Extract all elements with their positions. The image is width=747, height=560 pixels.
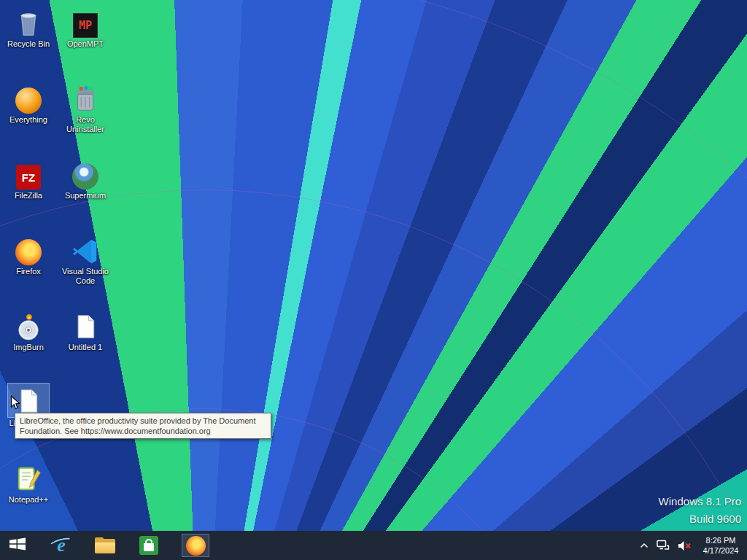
supermium-icon <box>72 156 98 190</box>
network-icon <box>657 540 670 551</box>
desktop-icon-label: FileZilla <box>15 191 42 201</box>
desktop-icon-imgburn[interactable]: ImgBurn <box>1 308 56 352</box>
desktop-icon-label: OpenMPT <box>67 39 104 49</box>
desktop-icon-label: Untitled 1 <box>69 343 102 352</box>
everything-icon <box>15 80 42 114</box>
desktop-icon-supermium[interactable]: Supermium <box>58 156 113 201</box>
desktop-icon-revo-uninstaller[interactable]: Revo Uninstaller <box>58 80 113 134</box>
taskbar-store[interactable] <box>138 534 160 557</box>
desktop-icon-recycle-bin[interactable]: Recycle Bin <box>1 4 56 49</box>
firefox-icon <box>186 536 206 556</box>
windows-build-watermark: Windows 8.1 Pro Build 9600 <box>659 493 741 528</box>
firefox-icon <box>15 232 42 265</box>
desktop-icon-firefox[interactable]: Firefox <box>1 232 56 276</box>
system-tray: 8:26 PM 4/17/2024 <box>640 534 747 557</box>
taskbar-file-explorer[interactable] <box>94 534 116 557</box>
desktop-icon-label: Visual Studio Code <box>58 267 113 286</box>
windows-logo-icon <box>8 537 27 554</box>
vscode-icon <box>72 232 98 265</box>
taskbar-left: e <box>0 534 209 557</box>
volume-muted-button[interactable] <box>678 534 692 557</box>
desktop-icon-label: Supermium <box>65 191 106 201</box>
desktop-icon-label: Notepad++ <box>9 495 48 505</box>
desktop-icon-label: ImgBurn <box>13 343 44 352</box>
filezilla-icon: FZ <box>16 156 41 190</box>
desktop-icon-label: Revo Uninstaller <box>58 115 113 134</box>
network-status-button[interactable] <box>657 534 670 557</box>
openmpt-icon: MP <box>73 4 98 38</box>
tray-clock[interactable]: 8:26 PM 4/17/2024 <box>700 535 742 556</box>
tray-date: 4/17/2024 <box>700 545 742 556</box>
desktop-icon-label: Recycle Bin <box>7 39 50 49</box>
imgburn-icon <box>15 308 42 341</box>
desktop-icon-openmpt[interactable]: MP OpenMPT <box>58 4 113 49</box>
taskbar-internet-explorer[interactable]: e <box>50 534 72 557</box>
tray-time: 8:26 PM <box>700 535 742 545</box>
desktop-icon-untitled-document[interactable]: Untitled 1 <box>58 308 113 352</box>
watermark-edition: Windows 8.1 Pro <box>659 493 741 510</box>
taskbar-firefox[interactable] <box>182 534 209 557</box>
watermark-build: Build 9600 <box>659 510 741 528</box>
desktop-icon-vscode[interactable]: Visual Studio Code <box>58 232 113 286</box>
desktop-icon-label: Everything <box>9 115 47 125</box>
desktop-icon-notepadpp[interactable]: Notepad++ <box>1 460 56 505</box>
show-hidden-icons-button[interactable] <box>640 534 649 557</box>
volume-muted-icon <box>678 540 692 551</box>
internet-explorer-icon: e <box>51 535 71 556</box>
taskbar: e <box>0 531 747 560</box>
desktop[interactable]: Recycle Bin Everything FZ FileZilla Fire… <box>0 0 747 560</box>
revo-uninstaller-icon <box>71 80 99 114</box>
desktop-icon-everything[interactable]: Everything <box>1 80 56 125</box>
desktop-icon-label: Firefox <box>16 267 41 276</box>
document-icon <box>72 308 98 341</box>
notepadpp-icon <box>15 460 42 494</box>
folder-icon <box>95 537 115 553</box>
desktop-icon-filezilla[interactable]: FZ FileZilla <box>1 156 56 201</box>
store-icon <box>139 536 158 555</box>
libreoffice-tooltip: LibreOffice, the office productivity sui… <box>15 413 271 439</box>
start-button[interactable] <box>7 534 28 557</box>
chevron-up-icon <box>640 542 649 549</box>
recycle-bin-icon <box>15 4 42 38</box>
